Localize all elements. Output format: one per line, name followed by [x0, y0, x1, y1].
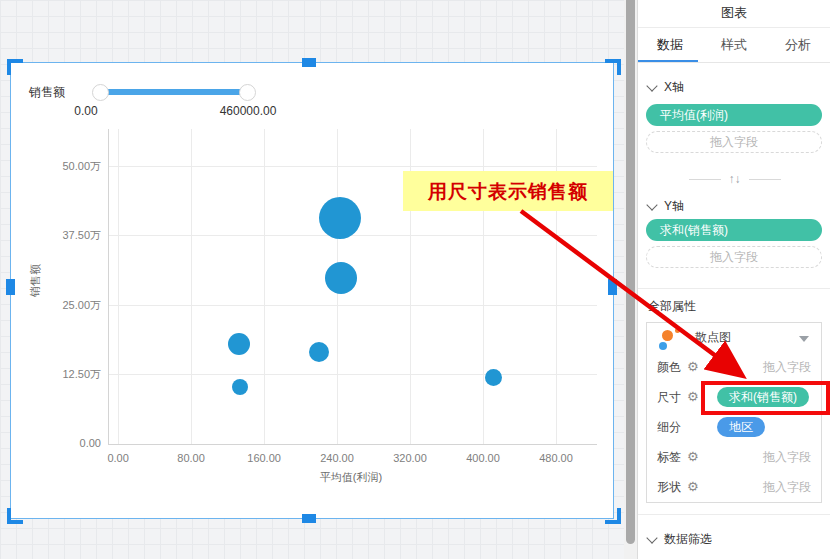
property-field-pill[interactable]: 地区 — [717, 417, 765, 437]
gear-icon[interactable]: ⚙ — [687, 352, 699, 382]
gear-icon[interactable]: ⚙ — [687, 472, 699, 502]
data-point-bubble[interactable] — [325, 262, 357, 294]
y-axis-section-label: Y轴 — [664, 198, 684, 215]
y-axis-title: 销售额 — [28, 241, 43, 321]
property-row-标签: 标签⚙拖入字段 — [647, 442, 821, 472]
size-range-handle-min[interactable] — [92, 84, 109, 101]
x-tick-label: 80.00 — [177, 452, 205, 464]
vertical-gridline — [118, 129, 119, 444]
x-axis-section-label: X轴 — [664, 79, 684, 96]
property-label: 颜色 — [657, 352, 681, 382]
tab-style[interactable]: 样式 — [702, 28, 766, 62]
annotation-callout: 用尺寸表示销售额 — [403, 171, 613, 211]
data-point-bubble[interactable] — [228, 333, 250, 355]
selection-handle-right[interactable] — [608, 279, 617, 295]
x-tick-label: 0.00 — [107, 452, 128, 464]
divider — [638, 514, 830, 515]
size-legend-label: 销售额 — [29, 84, 65, 101]
property-drop-zone[interactable]: 拖入字段 — [763, 352, 811, 382]
tab-analysis[interactable]: 分析 — [766, 28, 830, 62]
x-tick-label: 400.00 — [466, 452, 500, 464]
gear-icon[interactable]: ⚙ — [687, 382, 699, 412]
horizontal-gridline — [109, 166, 597, 167]
dashboard-canvas[interactable]: 销售额 0.00 460000.00 0.0080.00160.00240.00… — [0, 0, 624, 559]
chart-type-value: 散点图 — [695, 323, 731, 352]
property-label: 细分 — [657, 412, 681, 442]
y-tick-label: 0.00 — [45, 437, 101, 449]
canvas-scrollbar-thumb[interactable] — [626, 0, 635, 544]
y-tick-label: 50.00万 — [45, 159, 101, 174]
y-tick-label: 37.50万 — [45, 228, 101, 243]
gear-icon[interactable]: ⚙ — [687, 442, 699, 472]
all-properties-label: 全部属性 — [648, 298, 696, 315]
chart-settings-panel: 图表 数据 样式 分析 X轴 平均值(利润) 拖入字段 ↑↓ Y轴 求和(销售额… — [637, 0, 830, 559]
horizontal-gridline — [109, 374, 597, 375]
chevron-down-icon — [646, 199, 657, 210]
x-tick-label: 480.00 — [539, 452, 573, 464]
data-filter-label: 数据筛选 — [664, 531, 712, 548]
x-axis-title: 平均值(利润) — [211, 470, 491, 485]
scatter-chart-icon — [659, 327, 683, 351]
vertical-gridline — [191, 129, 192, 444]
x-axis-drop-zone[interactable]: 拖入字段 — [646, 131, 822, 153]
x-tick-label: 160.00 — [247, 452, 281, 464]
data-filter-section-header[interactable]: 数据筛选 — [648, 531, 712, 548]
selection-handle-left[interactable] — [6, 279, 15, 295]
size-range-track[interactable] — [100, 89, 247, 95]
tab-data[interactable]: 数据 — [638, 28, 702, 62]
chevron-down-icon — [646, 532, 657, 543]
selection-handle-bottom-right[interactable] — [605, 508, 621, 524]
data-point-bubble[interactable] — [485, 369, 502, 386]
property-drop-zone[interactable]: 拖入字段 — [763, 442, 811, 472]
data-point-bubble[interactable] — [309, 342, 329, 362]
y-axis-drop-zone[interactable]: 拖入字段 — [646, 246, 822, 268]
property-label: 标签 — [657, 442, 681, 472]
y-axis-section-header[interactable]: Y轴 — [648, 198, 684, 215]
panel-title: 图表 — [638, 0, 830, 28]
selection-handle-bottom[interactable] — [302, 514, 316, 523]
y-tick-label: 12.50万 — [45, 367, 101, 382]
canvas-scrollbar[interactable] — [624, 0, 637, 559]
size-range-max-value: 460000.00 — [211, 104, 285, 118]
divider — [638, 288, 830, 289]
chart-type-dropdown[interactable]: 散点图 — [646, 322, 822, 353]
panel-tabs: 数据 样式 分析 — [638, 28, 830, 63]
property-row-颜色: 颜色⚙拖入字段 — [647, 352, 821, 382]
size-range-handle-max[interactable] — [239, 84, 256, 101]
size-range-min-value: 0.00 — [66, 104, 106, 118]
selection-handle-top[interactable] — [302, 58, 316, 67]
swap-axes-icon: ↑↓ — [729, 172, 741, 186]
active-tab-underline — [638, 60, 698, 62]
y-tick-label: 25.00万 — [45, 298, 101, 313]
chart-widget[interactable]: 销售额 0.00 460000.00 0.0080.00160.00240.00… — [10, 62, 614, 519]
property-drop-zone[interactable]: 拖入字段 — [763, 472, 811, 502]
x-tick-label: 240.00 — [320, 452, 354, 464]
vertical-gridline — [264, 129, 265, 444]
selection-handle-bottom-left[interactable] — [7, 508, 23, 524]
swap-axes-divider[interactable]: ↑↓ — [638, 170, 830, 188]
selection-handle-top-right[interactable] — [605, 59, 621, 75]
chevron-down-icon — [799, 336, 809, 342]
selection-handle-top-left[interactable] — [7, 59, 23, 75]
property-rows: 颜色⚙拖入字段尺寸⚙求和(销售额)细分地区标签⚙拖入字段形状⚙拖入字段 — [646, 352, 822, 503]
x-axis-field-pill[interactable]: 平均值(利润) — [646, 104, 822, 126]
property-row-形状: 形状⚙拖入字段 — [647, 472, 821, 502]
property-label: 尺寸 — [657, 382, 681, 412]
x-axis-section-header[interactable]: X轴 — [648, 79, 684, 96]
annotation-highlight-rect — [701, 381, 830, 415]
x-tick-label: 320.00 — [393, 452, 427, 464]
horizontal-gridline — [109, 305, 597, 306]
chevron-down-icon — [646, 80, 657, 91]
y-axis-field-pill[interactable]: 求和(销售额) — [646, 219, 822, 241]
property-row-细分: 细分地区 — [647, 412, 821, 442]
data-point-bubble[interactable] — [319, 197, 361, 239]
horizontal-gridline — [109, 235, 597, 236]
property-label: 形状 — [657, 472, 681, 502]
data-point-bubble[interactable] — [232, 379, 248, 395]
